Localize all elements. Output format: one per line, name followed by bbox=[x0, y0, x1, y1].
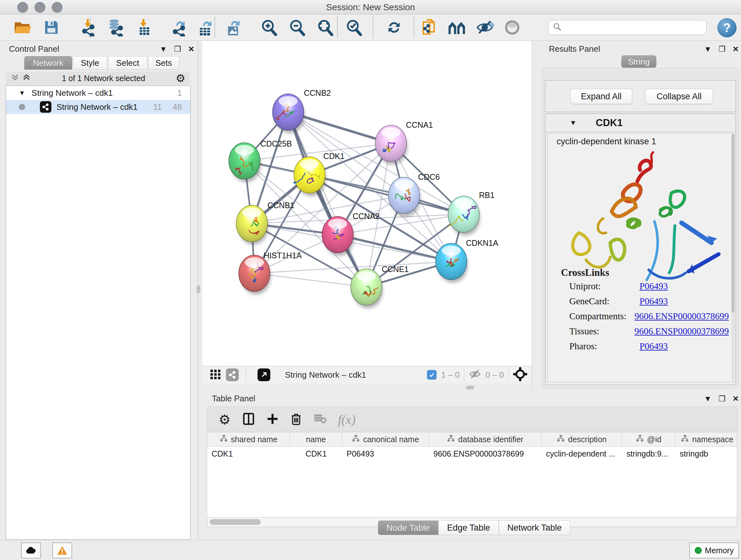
table-cell[interactable]: stringdb bbox=[675, 447, 737, 461]
crosslink-link[interactable]: 9606.ENSP00000378699 bbox=[634, 326, 729, 336]
panel-menu-icon[interactable]: ▼ bbox=[704, 45, 712, 54]
expand-all-icon[interactable] bbox=[22, 72, 31, 84]
tab-edge-table[interactable]: Edge Table bbox=[439, 520, 499, 535]
panel-close-icon[interactable]: ✕ bbox=[188, 45, 194, 54]
string-protein-query-icon[interactable] bbox=[448, 17, 467, 37]
network-canvas[interactable]: CCNB2CCNA1CDC25BCDK1CDC6RB1CCNB1CCNA2CDK… bbox=[202, 41, 532, 366]
table-options-gear-icon[interactable]: ⚙ bbox=[219, 412, 231, 428]
export-table-icon[interactable] bbox=[195, 17, 215, 37]
network-tree-child-row[interactable]: String Network – cdk1 11 48 bbox=[6, 100, 190, 114]
panel-close-icon[interactable]: ✕ bbox=[732, 394, 739, 403]
crosslink-link[interactable]: P06493 bbox=[639, 341, 668, 352]
bottom-splitter-handle[interactable] bbox=[466, 386, 474, 389]
tab-network-table[interactable]: Network Table bbox=[499, 520, 570, 535]
network-share-icon[interactable] bbox=[226, 368, 239, 381]
save-session-icon[interactable] bbox=[42, 17, 61, 37]
panel-float-icon[interactable]: ❐ bbox=[174, 45, 181, 54]
hide-selected-icon[interactable] bbox=[475, 17, 495, 37]
export-network-icon[interactable] bbox=[169, 17, 188, 37]
node-CDKN1A[interactable] bbox=[435, 243, 468, 283]
panel-float-icon[interactable]: ❐ bbox=[719, 394, 726, 403]
open-in-new-window-icon[interactable] bbox=[258, 368, 270, 381]
table-cell[interactable]: CDK1 bbox=[207, 447, 290, 461]
tab-network[interactable]: Network bbox=[24, 56, 72, 70]
show-all-icon[interactable] bbox=[502, 17, 522, 37]
grid-view-icon[interactable] bbox=[209, 368, 221, 381]
search-box[interactable] bbox=[548, 20, 706, 35]
tab-style[interactable]: Style bbox=[73, 56, 107, 70]
crosslink-link[interactable]: P06493 bbox=[639, 296, 668, 307]
column-header-canonical-name[interactable]: canonical name bbox=[342, 432, 429, 446]
panel-close-icon[interactable]: ✕ bbox=[732, 45, 739, 54]
edge-CCNA2-CDKN1A[interactable] bbox=[338, 235, 451, 261]
import-network-icon[interactable] bbox=[78, 17, 98, 37]
zoom-selected-icon[interactable] bbox=[344, 17, 364, 37]
expand-all-button[interactable]: Expand All bbox=[570, 89, 632, 104]
column-header-namespace[interactable]: namespace bbox=[675, 432, 737, 446]
results-scrollbar-track[interactable] bbox=[731, 134, 735, 381]
tab-select[interactable]: Select bbox=[108, 56, 147, 70]
left-splitter-handle[interactable] bbox=[197, 285, 200, 294]
section-collapse-icon[interactable]: ▼ bbox=[569, 119, 577, 127]
edge-CCNB2-CCNE1[interactable] bbox=[288, 112, 366, 287]
tab-sets[interactable]: Sets bbox=[148, 56, 179, 70]
panel-float-icon[interactable]: ❐ bbox=[719, 45, 726, 54]
node-CDC25B[interactable] bbox=[229, 143, 261, 182]
show-columns-icon[interactable] bbox=[242, 412, 255, 427]
gene-section-header[interactable]: ▼ CDK1 bbox=[545, 114, 736, 132]
delete-column-trash-icon[interactable] bbox=[290, 412, 302, 427]
crosslink-link[interactable]: 9606.ENSP00000378699 bbox=[634, 311, 729, 321]
node-CCNA1[interactable] bbox=[375, 125, 408, 165]
node-CCNB1[interactable] bbox=[236, 205, 268, 245]
node-CCNA2[interactable] bbox=[322, 216, 354, 256]
cloud-button[interactable] bbox=[21, 543, 41, 558]
node-CDK1[interactable] bbox=[294, 157, 326, 196]
crosslink-link[interactable]: P06493 bbox=[639, 281, 668, 292]
node-CCNB2[interactable] bbox=[273, 94, 305, 133]
create-column-icon[interactable] bbox=[266, 413, 279, 426]
network-tree-root-row[interactable]: ▼ String Network – cdk1 1 bbox=[6, 86, 190, 100]
zoom-out-icon[interactable] bbox=[287, 17, 307, 37]
column-header-database-identifier[interactable]: database identifier bbox=[429, 432, 542, 446]
zoom-in-icon[interactable] bbox=[259, 17, 279, 37]
column-header-name[interactable]: name bbox=[290, 432, 342, 446]
import-table-icon[interactable] bbox=[134, 17, 154, 37]
import-network-database-icon[interactable] bbox=[105, 17, 125, 37]
hidden-eye-slash-icon[interactable] bbox=[469, 368, 481, 381]
node-RB1[interactable] bbox=[448, 196, 480, 236]
table-cell[interactable]: P06493 bbox=[342, 447, 429, 461]
node-CCNE1[interactable] bbox=[351, 269, 383, 308]
warnings-button[interactable] bbox=[52, 543, 72, 558]
table-cell[interactable]: CDK1 bbox=[290, 447, 342, 461]
table-cell[interactable]: 9606.ENSP00000378699 bbox=[429, 447, 542, 461]
table-hscrollbar-thumb[interactable] bbox=[210, 519, 261, 525]
node-CDC6[interactable] bbox=[388, 177, 421, 217]
column-header-description[interactable]: description bbox=[542, 432, 622, 446]
tab-string[interactable]: String bbox=[621, 55, 657, 68]
memory-button[interactable]: Memory bbox=[689, 543, 739, 558]
help-button[interactable]: ? bbox=[718, 18, 737, 37]
search-input[interactable] bbox=[562, 23, 697, 32]
node-HIST1H1A[interactable] bbox=[239, 255, 271, 295]
export-image-icon[interactable] bbox=[223, 17, 243, 37]
tab-node-table[interactable]: Node Table bbox=[378, 520, 439, 535]
column-header-@id[interactable]: @id bbox=[622, 432, 675, 446]
open-session-icon[interactable] bbox=[13, 17, 32, 37]
tree-collapse-icon[interactable]: ▼ bbox=[19, 89, 25, 97]
collapse-all-icon[interactable] bbox=[10, 72, 20, 84]
panel-menu-icon[interactable]: ▼ bbox=[159, 45, 167, 54]
birdseye-crosshair-icon[interactable] bbox=[513, 367, 527, 382]
column-header-shared-name[interactable]: shared name bbox=[207, 432, 290, 446]
results-scrollbar-thumb[interactable] bbox=[731, 134, 735, 313]
table-row[interactable]: CDK1CDK1P064939606.ENSP00000378699cyclin… bbox=[207, 447, 737, 461]
edge-CCNE1-HIST1H1A[interactable] bbox=[254, 273, 366, 287]
refresh-icon[interactable] bbox=[384, 17, 404, 37]
table-cell[interactable]: stringdb:9... bbox=[622, 447, 675, 461]
zoom-fit-icon[interactable] bbox=[315, 17, 335, 37]
network-options-gear-icon[interactable]: ⚙ bbox=[176, 72, 185, 84]
collapse-all-button[interactable]: Collapse All bbox=[645, 89, 713, 104]
selected-nodes-checkbox[interactable] bbox=[427, 370, 436, 380]
panel-menu-icon[interactable]: ▼ bbox=[704, 394, 712, 403]
share-document-icon[interactable] bbox=[419, 17, 439, 37]
table-cell[interactable]: cyclin-dependent ... bbox=[542, 447, 622, 461]
